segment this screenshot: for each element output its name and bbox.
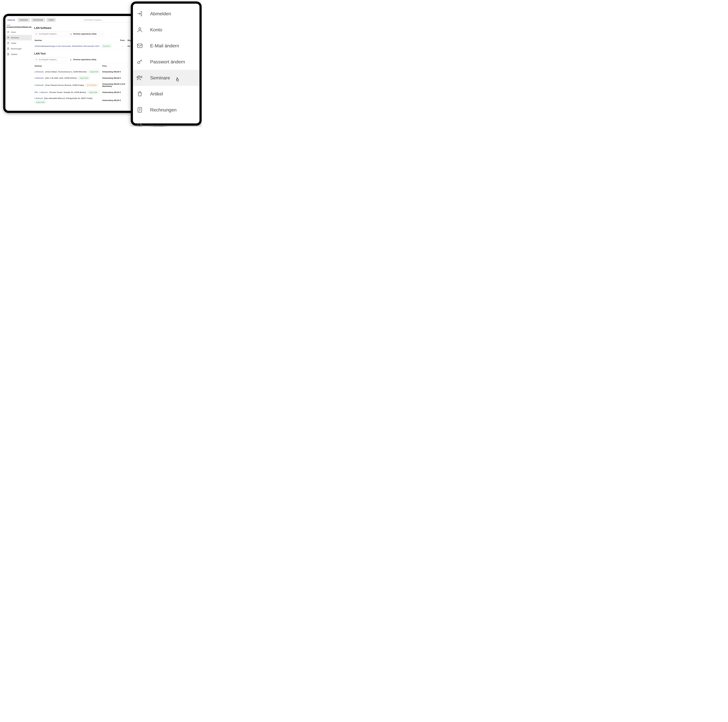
svg-point-11 <box>36 59 37 60</box>
table-row[interactable]: LANcloud(Herr Benedikt Wünsch, Königstra… <box>34 95 136 105</box>
tab-seminare[interactable]: Seminare <box>18 18 30 22</box>
sidebar-item-label: Konto <box>11 31 16 33</box>
seminar-title: LANcloud1 <box>35 71 44 73</box>
section-controls: Termine exportieren (Alle) <box>34 32 136 38</box>
export-button-label: Termine exportieren (Alle) <box>73 33 96 35</box>
seminar-preis: Onboarding 450,00 € (Auf Warteliste) <box>102 83 132 87</box>
menu-item-mail[interactable]: E-Mail ändern <box>133 38 199 54</box>
global-search <box>82 17 137 22</box>
menu-item-logout[interactable]: Abmelden <box>133 6 199 22</box>
svg-point-16 <box>138 76 140 78</box>
app-window: LANcloud▪ Seminare Dozierende Artikel Ko… <box>3 14 141 113</box>
menu-item-label: Passwort ändern <box>150 59 185 64</box>
seminar-title: LANcloud1 <box>35 77 44 79</box>
invoice-icon <box>7 48 9 50</box>
main-content: LAN Software Termine exportieren (Alle) <box>32 24 139 110</box>
col-preis: Preis <box>117 39 127 41</box>
section-search <box>34 32 67 36</box>
content-layout: Konto b.wuensch@lansoftware.de Konto Sem… <box>5 24 139 110</box>
seminar-preis: - <box>117 45 127 47</box>
table-row[interactable]: 556 - LANcloud(Torsten Tester, Testalle … <box>34 89 136 95</box>
sidebar-item-seminare[interactable]: Seminare <box>5 35 32 40</box>
sidebar-item-label: Seminare <box>11 37 19 39</box>
menu-item-label: E-Mail ändern <box>150 43 179 49</box>
sidebar-item-label: Artikel <box>11 42 16 44</box>
svg-point-15 <box>138 61 140 64</box>
menu-item-label: Seminare <box>150 75 170 81</box>
svg-line-12 <box>37 60 37 60</box>
section-search-input[interactable] <box>34 32 67 36</box>
export-button[interactable]: Termine exportieren (Alle) <box>68 32 98 36</box>
seminar-subtitle: (Herr A B nhfd, safA, 12345 hhhhA) <box>45 77 77 79</box>
topbar-tabs: Seminare Dozierende Artikel <box>18 18 56 22</box>
tab-artikel[interactable]: Artikel <box>46 18 56 22</box>
export-button[interactable]: Termine exportieren (Alle) <box>68 57 98 61</box>
menu-item-label: Dateien <box>150 123 166 127</box>
col-seminar: Seminar <box>35 39 117 41</box>
section-lan-test: LAN Test Termine exportieren (Alle) Semi… <box>34 52 136 105</box>
menu-item-user[interactable]: Konto <box>133 22 199 38</box>
menu-item-label: Artikel <box>150 91 163 97</box>
group-icon <box>7 36 9 39</box>
menu-item-key[interactable]: Passwort ändern <box>133 54 199 70</box>
svg-rect-14 <box>138 44 142 48</box>
account-email: b.wuensch@lansoftware.de <box>6 26 31 28</box>
menu-item-invoice[interactable]: Rechnungen <box>133 102 199 118</box>
sidebar-item-label: Rechnungen <box>11 48 22 50</box>
menu-item-label: Rechnungen <box>150 107 176 113</box>
download-icon <box>70 58 72 61</box>
seminar-preis: Onboarding 450,00 € <box>102 91 132 94</box>
user-icon <box>7 31 9 34</box>
user-icon <box>136 26 144 34</box>
topbar: LANcloud▪ Seminare Dozierende Artikel <box>5 16 139 24</box>
svg-point-17 <box>141 76 142 78</box>
svg-point-9 <box>36 33 37 34</box>
sidebar-item-artikel[interactable]: Artikel <box>5 40 32 46</box>
group-icon <box>136 74 144 81</box>
seminar-subtitle: (Torsten Tester, Testalle 23, 12345 Berl… <box>49 91 86 94</box>
table-row[interactable]: LANcloud1(Herr A B nhfd, safA, 12345 hhh… <box>34 75 136 81</box>
status-badge: Angemeldet <box>87 91 99 94</box>
export-caret-button[interactable] <box>100 32 104 36</box>
key-icon <box>136 58 144 66</box>
svg-line-10 <box>37 34 37 35</box>
tab-dozierende[interactable]: Dozierende <box>31 18 45 22</box>
menu-item-group[interactable]: Seminare <box>133 70 199 86</box>
menu-item-bag[interactable]: Artikel <box>133 86 199 102</box>
table-header: Seminar Preis <box>34 63 136 69</box>
svg-point-18 <box>137 77 138 78</box>
svg-point-3 <box>8 37 8 38</box>
status-badge: Auf Warteliste <box>85 84 98 86</box>
table-row[interactable]: LANcloud1(Frau Tamara Ferrari, Brumm, 12… <box>34 81 136 89</box>
sidebar-item-label: Dateien <box>11 53 17 55</box>
seminar-title: 556 - LANcloud <box>35 91 47 94</box>
seminar-preis: Onboarding 450,00 € <box>102 77 132 79</box>
search-icon <box>35 58 37 61</box>
sidebar-item-rechnungen[interactable]: Rechnungen <box>5 46 32 51</box>
section-search-input[interactable] <box>34 57 67 62</box>
file-icon <box>136 122 144 127</box>
menu-item-label: Abmelden <box>150 11 171 17</box>
global-search-input[interactable] <box>82 17 131 22</box>
svg-point-2 <box>8 31 9 32</box>
table-row[interactable]: Schlüsselbeobachtungen in der Astronomie… <box>34 43 136 49</box>
logout-icon <box>136 10 144 17</box>
invoice-icon <box>136 106 144 113</box>
table-header: Seminar Preis Begi <box>34 38 136 43</box>
account-header: Konto b.wuensch@lansoftware.de <box>5 25 32 29</box>
file-icon <box>7 53 9 55</box>
sidebar-item-konto[interactable]: Konto <box>5 29 32 35</box>
menu-item-label: Konto <box>150 27 162 32</box>
status-badge: Angemeldet <box>88 71 100 73</box>
account-label: Konto <box>6 25 31 26</box>
section-title: LAN Test <box>34 52 136 55</box>
status-badge: Dozierend <box>101 45 112 48</box>
seminar-subtitle: (Frau Tamara Ferrari, Brumm, 12345 Fulda… <box>45 84 84 86</box>
menu-item-file[interactable]: Dateien <box>133 118 199 127</box>
table-row[interactable]: LANcloud1(Arian Akbari, Turmsstrasse 3, … <box>34 69 136 75</box>
sidebar-item-dateien[interactable]: Dateien <box>5 51 32 57</box>
mail-icon <box>136 42 144 49</box>
export-button-label: Termine exportieren (Alle) <box>73 58 96 61</box>
download-icon <box>70 33 72 35</box>
seminar-title: Schlüsselbeobachtungen in der Astronomie… <box>35 45 100 47</box>
